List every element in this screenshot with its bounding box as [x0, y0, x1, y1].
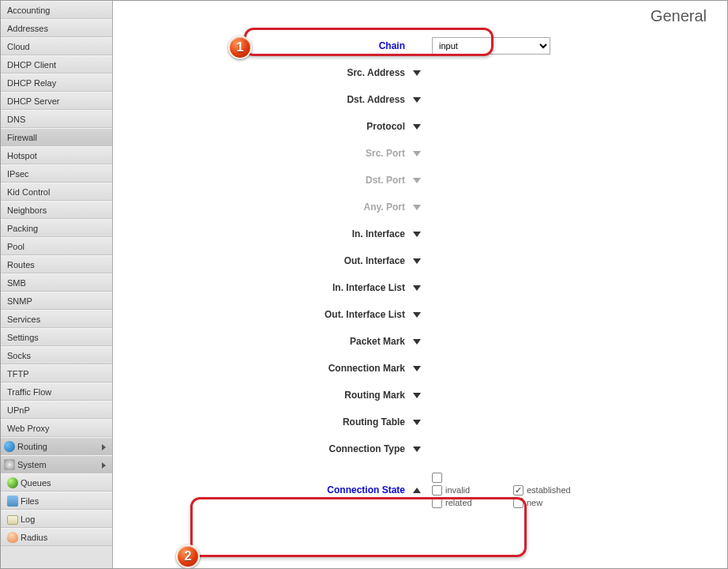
collapse-icon[interactable] — [413, 488, 421, 493]
sidebar-item-label: Radius — [21, 533, 47, 542]
sidebar-item-dhcp-relay[interactable]: DHCP Relay — [1, 73, 112, 92]
row-any-port: Any. Port — [113, 194, 727, 220]
sidebar-item-queues[interactable]: Queues — [1, 473, 112, 492]
sidebar-item-ipsec[interactable]: IPsec — [1, 164, 112, 183]
expand-icon[interactable] — [413, 312, 421, 318]
label-established: established — [527, 485, 590, 495]
connection-state-options: invalid established related — [432, 473, 727, 508]
sidebar-item-kid-control[interactable]: Kid Control — [1, 183, 112, 201]
sidebar-item-web-proxy[interactable]: Web Proxy — [1, 419, 112, 437]
row-packet-mark: Packet Mark — [113, 328, 727, 355]
checkbox-established[interactable] — [513, 485, 523, 496]
sidebar-item-dhcp-client[interactable]: DHCP Client — [1, 55, 112, 73]
sidebar-item-pool[interactable]: Pool — [1, 237, 112, 255]
files-icon — [7, 496, 18, 507]
sidebar-item-radius[interactable]: Radius — [1, 528, 112, 546]
row-connection-type: Connection Type — [113, 435, 727, 462]
label-connection-mark: Connection Mark — [113, 363, 413, 374]
expand-icon[interactable] — [413, 258, 421, 264]
label-packet-mark: Packet Mark — [113, 336, 413, 347]
label-dst-port: Dst. Port — [113, 175, 413, 186]
sidebar-item-addresses[interactable]: Addresses — [1, 19, 112, 37]
sidebar-item-label: Files — [21, 496, 39, 506]
sidebar-item-settings[interactable]: Settings — [1, 328, 112, 346]
label-in-interface: In. Interface — [113, 228, 413, 239]
expand-icon[interactable] — [413, 97, 421, 103]
log-icon — [7, 515, 18, 525]
sidebar-item-dhcp-server[interactable]: DHCP Server — [1, 92, 112, 110]
sidebar-item-socks[interactable]: Socks — [1, 346, 112, 364]
sidebar-item-cloud[interactable]: Cloud — [1, 37, 112, 55]
checkbox-related[interactable] — [432, 498, 442, 508]
row-src-port: Src. Port — [113, 140, 727, 167]
sidebar-item-label: System — [17, 460, 47, 469]
label-chain: Chain — [113, 40, 413, 51]
sidebar-item-smb[interactable]: SMB — [1, 273, 112, 292]
queues-icon — [7, 477, 18, 488]
row-protocol: Protocol — [113, 113, 727, 140]
row-chain: Chain input — [113, 32, 727, 59]
sidebar-item-files[interactable]: Files — [1, 492, 112, 510]
sidebar-item-services[interactable]: Services — [1, 310, 112, 328]
routing-icon — [4, 441, 15, 452]
sidebar-item-dns[interactable]: DNS — [1, 110, 112, 128]
expand-icon[interactable] — [413, 393, 421, 398]
sidebar-item-traffic-flow[interactable]: Traffic Flow — [1, 382, 112, 401]
checkbox-negate[interactable] — [432, 473, 442, 483]
row-dst-port: Dst. Port — [113, 167, 727, 194]
label-connection-type: Connection Type — [113, 443, 413, 454]
sidebar-item-neighbors[interactable]: Neighbors — [1, 201, 112, 219]
row-connection-mark: Connection Mark — [113, 355, 727, 382]
annotation-badge-1: 1 — [228, 36, 252, 59]
sidebar-item-upnp[interactable]: UPnP — [1, 401, 112, 419]
label-routing-table: Routing Table — [113, 416, 413, 428]
expand-icon[interactable] — [413, 70, 421, 76]
checkbox-invalid[interactable] — [432, 485, 442, 496]
sidebar-item-routing[interactable]: Routing — [1, 437, 112, 455]
label-protocol: Protocol — [113, 121, 413, 132]
expand-icon[interactable] — [413, 420, 421, 425]
expand-icon[interactable] — [413, 124, 421, 130]
row-in-interface-list: In. Interface List — [113, 274, 727, 301]
chevron-right-icon — [102, 462, 106, 469]
expand-icon — [413, 151, 421, 156]
sidebar-item-label: Queues — [21, 478, 51, 488]
sidebar-item-accounting[interactable]: Accounting — [1, 1, 112, 19]
label-src-address: Src. Address — [113, 67, 413, 78]
tab-title: General — [651, 7, 707, 25]
row-routing-table: Routing Table — [113, 409, 727, 435]
row-out-interface-list: Out. Interface List — [113, 301, 727, 328]
expand-icon[interactable] — [413, 447, 421, 452]
annotation-badge-2: 2 — [176, 545, 200, 568]
row-connection-state: Connection State invalid — [113, 462, 727, 518]
sidebar-item-hotspot[interactable]: Hotspot — [1, 146, 112, 164]
expand-icon[interactable] — [413, 366, 421, 371]
checkbox-new[interactable] — [513, 498, 523, 508]
sidebar-item-tftp[interactable]: TFTP — [1, 364, 112, 382]
sidebar-item-packing[interactable]: Packing — [1, 219, 112, 237]
chain-select[interactable]: input — [432, 37, 550, 55]
row-src-address: Src. Address — [113, 59, 727, 86]
label-invalid: invalid — [445, 485, 508, 495]
label-routing-mark: Routing Mark — [113, 390, 413, 401]
row-in-interface: In. Interface — [113, 220, 727, 247]
expand-icon[interactable] — [413, 339, 421, 345]
label-connection-state: Connection State — [113, 484, 413, 496]
expand-icon[interactable] — [413, 232, 421, 237]
sidebar-item-snmp[interactable]: SNMP — [1, 292, 112, 310]
sidebar-item-routes[interactable]: Routes — [1, 255, 112, 273]
row-routing-mark: Routing Mark — [113, 382, 727, 409]
radius-icon — [7, 532, 18, 543]
sidebar-item-log[interactable]: Log — [1, 510, 112, 528]
label-any-port: Any. Port — [113, 202, 413, 213]
label-src-port: Src. Port — [113, 148, 413, 159]
form-table: Chain input Src. AddressDst. AddressProt… — [113, 32, 727, 518]
sidebar-item-firewall[interactable]: Firewall — [1, 128, 112, 146]
expand-icon[interactable] — [413, 285, 421, 291]
sidebar-item-system[interactable]: System — [1, 455, 112, 473]
row-out-interface: Out. Interface — [113, 247, 727, 274]
label-out-interface-list: Out. Interface List — [113, 309, 413, 320]
chevron-right-icon — [102, 444, 106, 450]
sidebar-item-label: Log — [21, 514, 35, 524]
sidebar: AccountingAddressesCloudDHCP ClientDHCP … — [1, 1, 113, 568]
